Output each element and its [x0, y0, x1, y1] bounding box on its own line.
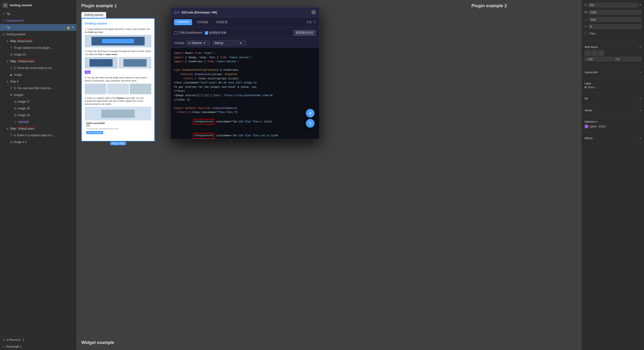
- tab-resource[interactable]: 资源配置: [213, 19, 230, 25]
- modal-close-button[interactable]: ×: [311, 10, 316, 15]
- stroke-add[interactable]: +: [639, 108, 641, 112]
- sidebar-item-label: 4. Enter in a replace value in t...: [14, 134, 74, 137]
- sidebar-item-image19[interactable]: ⊡ image 19: [0, 112, 76, 119]
- fill-add[interactable]: +: [639, 97, 641, 100]
- layout-grid-add[interactable]: +: [639, 70, 641, 74]
- clip-label: Clip c: [589, 32, 596, 35]
- gs-step4-text: 4. Enter in a replace value in the Repla…: [85, 97, 151, 106]
- template-select-group: 代码模版 rn Tailwind ▾: [174, 40, 210, 46]
- sidebar-item-tip1[interactable]: + Tip: [0, 10, 76, 17]
- code-line-12: </View> )}: [174, 98, 316, 102]
- sidebar-item-label: Component 9: [6, 19, 74, 22]
- coord-row: X 250 ×: [584, 3, 641, 7]
- jsx-only-option[interactable]: 只展示JsxElement: [174, 31, 202, 35]
- layout-grid-section: Layout grid +: [584, 70, 641, 74]
- padding-input[interactable]: ⊞ 0: [614, 57, 641, 61]
- layer-header: Layer: [584, 82, 641, 85]
- filekey-select[interactable]: fileKey ▾: [212, 40, 246, 46]
- template-select[interactable]: rn Tailwind ▾: [186, 40, 210, 46]
- spacing-input[interactable]: ↕ 120: [584, 57, 612, 61]
- angle-input[interactable]: 0°: [588, 24, 641, 29]
- sidebar-item-toget[interactable]: T To get started run the plugin ...: [0, 44, 76, 51]
- x-label: X: [584, 3, 586, 7]
- jsx-only-checkbox[interactable]: [174, 31, 177, 35]
- use-component-option[interactable]: ✓ 使用组件名称: [205, 31, 226, 35]
- sidebar-item-step4[interactable]: ≡ Step 4: [0, 78, 76, 85]
- divider4: [584, 93, 641, 93]
- preview-icon[interactable]: 👁: [71, 26, 74, 29]
- sidebar: ≡ Getting started + Tip ◇ Component 9 + …: [0, 0, 76, 350]
- code-line-3: import { ViewProps } from 'react-native'…: [174, 60, 316, 64]
- sidebar-item-iphone8[interactable]: # # iPhone 8 - 1: [0, 337, 76, 343]
- clip-checkbox[interactable]: [584, 32, 588, 35]
- sidebar-item-component9[interactable]: ◇ Component 9: [0, 17, 76, 24]
- download-float-btn[interactable]: ⬇: [306, 109, 314, 118]
- sidebar-item-imageframe[interactable]: ▶ Image: [0, 71, 76, 78]
- sidebar-item-step-content2[interactable]: ≡ Step 2#StepContent: [0, 58, 76, 65]
- sidebar-item-rectangle1[interactable]: ▭ Rectangle 1: [0, 343, 76, 350]
- tab-codegen[interactable]: CodeGen: [174, 19, 192, 25]
- tip-label: Tip: [85, 70, 90, 74]
- modal-tabs: CodeGen 代码模板 资源配置 中文 ⓘ: [171, 17, 319, 27]
- gs-step2: 2. Press the arrow keys to navigate thro…: [85, 50, 151, 74]
- expand-btn[interactable]: ↔: [598, 50, 604, 56]
- sidebar-item-image23[interactable]: ⊡ image 23: [0, 51, 76, 58]
- lang-button[interactable]: 中文 ⓘ: [306, 19, 316, 25]
- plugin1-panel: Getting started Getting started 1. To ge…: [81, 12, 155, 141]
- getting-started-content: Getting started 1. To get started run th…: [81, 18, 155, 141]
- w-row: W 1209: [584, 10, 641, 14]
- right-arrow-btn[interactable]: →: [591, 50, 597, 56]
- tab-template[interactable]: 代码模板: [194, 19, 211, 25]
- step-content-highlight2: <StepContent: [193, 133, 214, 139]
- image-icon: ⊡: [14, 113, 17, 117]
- w-input[interactable]: 1209: [589, 10, 641, 14]
- effects-add[interactable]: +: [639, 136, 641, 140]
- edit-float-btn[interactable]: ✎: [306, 119, 314, 128]
- modal-title: D2Code (Developer VM): [182, 10, 309, 14]
- code-line-13: [174, 102, 316, 106]
- getting-started-tab[interactable]: Getting started: [81, 12, 106, 18]
- code-line-11: <Image source={{'{'}}{'{'}uri: 'https://…: [174, 94, 316, 98]
- sidebar-item-images[interactable]: ▼ Images: [0, 92, 76, 98]
- step-badge: 2#StepContent: [17, 60, 36, 63]
- close-icon[interactable]: ×: [640, 3, 641, 7]
- effects-section: Effects +: [584, 136, 641, 140]
- sidebar-item-pressarrow[interactable]: T 2. Press the arrow keys to na...: [0, 65, 76, 71]
- visibility-icon[interactable]: 🔒: [66, 26, 70, 29]
- sidebar-item-image41[interactable]: ⊡ image 4 1: [0, 139, 76, 146]
- sidebar-item-getting-started[interactable]: ≡ Getting started: [0, 31, 76, 38]
- auto-layout-add[interactable]: +: [639, 45, 641, 49]
- sidebar-item-image17[interactable]: ⊡ image 17: [0, 98, 76, 105]
- divider6: [584, 116, 641, 116]
- auto-layout-section: Auto layout + ↓ → ↔ ↕ 120 ⊞ 0: [584, 45, 641, 62]
- image-icon: ⊡: [14, 100, 17, 103]
- down-arrow-btn[interactable]: ↓: [584, 50, 590, 56]
- chevron-icon: ▾: [204, 41, 205, 45]
- code-line-4: [174, 64, 316, 68]
- config-button[interactable]: 配置模块信息: [293, 30, 316, 36]
- stroke-header: Stroke +: [584, 108, 641, 112]
- sidebar-item-step-content1[interactable]: ≡ Step#StepContent: [0, 38, 76, 44]
- sidebar-item-enterreplace[interactable]: T 4. Enter in a replace value in t...: [0, 132, 76, 139]
- sidebar-item-step-content5[interactable]: ≡ Step 5#StepContent: [0, 125, 76, 132]
- right-panel: X 250 × W 1209 ↔ Hug ↩ 0° Clip c Auto la…: [582, 0, 644, 350]
- sidebar-item-tip2[interactable]: + Tip 🔒 👁: [0, 24, 76, 31]
- layer-indicator: [584, 86, 586, 88]
- gs-step3-images: [85, 84, 151, 94]
- sidebar-item-label: Step 4: [10, 80, 74, 83]
- hug-input[interactable]: Hug: [589, 17, 641, 22]
- x-input[interactable]: 250: [588, 3, 638, 7]
- sidebar-item-label: 3. You can also filter how the ...: [14, 87, 74, 90]
- plugin2-title: Plugin example 2: [472, 3, 507, 8]
- section-icon: ≡: [6, 80, 9, 83]
- sidebar-item-highlight[interactable]: ◇ Highlight: [0, 119, 76, 125]
- selection-color-swatch[interactable]: [584, 125, 588, 128]
- use-component-checkbox[interactable]: ✓: [205, 31, 208, 35]
- gs-step1-text: 1. To get started run the plugin and ent…: [85, 28, 151, 34]
- sidebar-item-image18[interactable]: ⊡ image 18: [0, 105, 76, 112]
- rectangle-icon: ▭: [2, 345, 5, 348]
- padding-icon: ⊞: [615, 58, 617, 61]
- info-icon: ⓘ: [313, 20, 316, 24]
- sidebar-item-filter[interactable]: T 3. You can also filter how the ...: [0, 85, 76, 92]
- text-icon: T: [10, 134, 13, 137]
